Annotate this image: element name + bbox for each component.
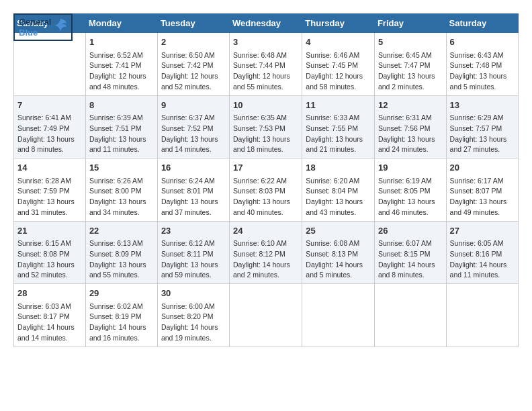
week-row-2: 7Sunrise: 6:41 AM Sunset: 7:49 PM Daylig…	[14, 95, 519, 158]
calendar-cell: 13Sunrise: 6:29 AM Sunset: 7:57 PM Dayli…	[446, 95, 518, 158]
day-number: 12	[378, 99, 443, 112]
cell-content: Sunrise: 6:43 AM Sunset: 7:48 PM Dayligh…	[450, 50, 515, 93]
day-number: 20	[450, 161, 515, 175]
cell-content: Sunrise: 6:03 AM Sunset: 8:17 PM Dayligh…	[17, 302, 82, 344]
cell-content: Sunrise: 6:29 AM Sunset: 7:57 PM Dayligh…	[450, 113, 515, 155]
calendar-cell: 23Sunrise: 6:12 AM Sunset: 8:11 PM Dayli…	[157, 221, 229, 284]
calendar-cell: 6Sunrise: 6:43 AM Sunset: 7:48 PM Daylig…	[446, 33, 518, 96]
cell-content: Sunrise: 6:20 AM Sunset: 8:04 PM Dayligh…	[306, 176, 371, 218]
day-number: 5	[378, 36, 443, 49]
day-header-friday: Friday	[374, 14, 446, 33]
calendar-table: SundayMondayTuesdayWednesdayThursdayFrid…	[13, 13, 519, 347]
day-number: 24	[233, 224, 298, 238]
calendar-header-row: SundayMondayTuesdayWednesdayThursdayFrid…	[14, 14, 519, 33]
calendar-cell: 7Sunrise: 6:41 AM Sunset: 7:49 PM Daylig…	[14, 95, 86, 158]
calendar-cell: 3Sunrise: 6:48 AM Sunset: 7:44 PM Daylig…	[230, 33, 302, 96]
calendar-cell: 28Sunrise: 6:03 AM Sunset: 8:17 PM Dayli…	[14, 284, 86, 347]
calendar-cell: 2Sunrise: 6:50 AM Sunset: 7:42 PM Daylig…	[157, 33, 229, 96]
calendar-cell: 26Sunrise: 6:07 AM Sunset: 8:15 PM Dayli…	[374, 221, 446, 284]
day-number: 8	[89, 99, 154, 112]
cell-content: Sunrise: 6:24 AM Sunset: 8:01 PM Dayligh…	[161, 176, 226, 218]
day-number: 4	[306, 36, 371, 49]
calendar-cell	[230, 284, 302, 347]
calendar-cell	[374, 284, 446, 347]
calendar-cell: 27Sunrise: 6:05 AM Sunset: 8:16 PM Dayli…	[446, 221, 518, 284]
calendar-cell: 29Sunrise: 6:02 AM Sunset: 8:19 PM Dayli…	[85, 284, 157, 347]
cell-content: Sunrise: 6:37 AM Sunset: 7:52 PM Dayligh…	[161, 113, 226, 155]
day-number: 21	[17, 224, 82, 238]
day-number: 28	[17, 287, 82, 300]
calendar-cell: 11Sunrise: 6:33 AM Sunset: 7:55 PM Dayli…	[302, 95, 375, 158]
day-number: 26	[378, 224, 443, 238]
calendar-cell: 4Sunrise: 6:46 AM Sunset: 7:45 PM Daylig…	[302, 33, 375, 96]
cell-content: Sunrise: 6:13 AM Sunset: 8:09 PM Dayligh…	[89, 238, 154, 281]
calendar-cell: 17Sunrise: 6:22 AM Sunset: 8:03 PM Dayli…	[230, 158, 302, 222]
day-number: 2	[161, 36, 226, 49]
day-number: 11	[306, 99, 371, 112]
day-number: 30	[161, 287, 226, 300]
calendar-cell: 15Sunrise: 6:26 AM Sunset: 8:00 PM Dayli…	[85, 158, 157, 222]
day-number: 3	[233, 36, 298, 49]
logo-bird-svg	[54, 18, 67, 37]
cell-content: Sunrise: 6:08 AM Sunset: 8:13 PM Dayligh…	[306, 238, 371, 281]
logo-text-blue: Blue	[19, 28, 51, 38]
calendar-cell: 19Sunrise: 6:19 AM Sunset: 8:05 PM Dayli…	[374, 158, 446, 222]
day-number: 14	[17, 161, 82, 175]
calendar-cell: 24Sunrise: 6:10 AM Sunset: 8:12 PM Dayli…	[230, 221, 302, 284]
week-row-4: 21Sunrise: 6:15 AM Sunset: 8:08 PM Dayli…	[14, 221, 519, 284]
day-number: 6	[450, 36, 515, 49]
day-header-thursday: Thursday	[302, 14, 375, 33]
cell-content: Sunrise: 6:50 AM Sunset: 7:42 PM Dayligh…	[161, 50, 226, 93]
cell-content: Sunrise: 6:26 AM Sunset: 8:00 PM Dayligh…	[89, 176, 154, 218]
day-number: 22	[89, 224, 154, 238]
day-number: 7	[17, 99, 82, 112]
calendar-cell: 18Sunrise: 6:20 AM Sunset: 8:04 PM Dayli…	[302, 158, 375, 222]
calendar-cell: 10Sunrise: 6:35 AM Sunset: 7:53 PM Dayli…	[230, 95, 302, 158]
calendar-cell: 21Sunrise: 6:15 AM Sunset: 8:08 PM Dayli…	[14, 221, 86, 284]
day-header-wednesday: Wednesday	[230, 14, 302, 33]
calendar-cell: 25Sunrise: 6:08 AM Sunset: 8:13 PM Dayli…	[302, 221, 375, 284]
week-row-3: 14Sunrise: 6:28 AM Sunset: 7:59 PM Dayli…	[14, 158, 519, 222]
day-number: 13	[450, 99, 515, 112]
calendar-cell: 22Sunrise: 6:13 AM Sunset: 8:09 PM Dayli…	[85, 221, 157, 284]
calendar-cell: 5Sunrise: 6:45 AM Sunset: 7:47 PM Daylig…	[374, 33, 446, 96]
day-number: 15	[89, 161, 154, 175]
cell-content: Sunrise: 6:10 AM Sunset: 8:12 PM Dayligh…	[233, 238, 298, 281]
calendar-cell	[446, 284, 518, 347]
calendar-cell	[302, 284, 375, 347]
cell-content: Sunrise: 6:22 AM Sunset: 8:03 PM Dayligh…	[233, 176, 298, 218]
calendar-cell: 1Sunrise: 6:52 AM Sunset: 7:41 PM Daylig…	[85, 33, 157, 96]
day-number: 17	[233, 161, 298, 175]
cell-content: Sunrise: 6:02 AM Sunset: 8:19 PM Dayligh…	[89, 302, 154, 344]
calendar-cell: 30Sunrise: 6:00 AM Sunset: 8:20 PM Dayli…	[157, 284, 229, 347]
day-number: 25	[306, 224, 371, 238]
calendar-cell: 16Sunrise: 6:24 AM Sunset: 8:01 PM Dayli…	[157, 158, 229, 222]
logo-container: General Blue	[13, 13, 73, 41]
day-number: 10	[233, 99, 298, 112]
calendar-cell: 12Sunrise: 6:31 AM Sunset: 7:56 PM Dayli…	[374, 95, 446, 158]
cell-content: Sunrise: 6:45 AM Sunset: 7:47 PM Dayligh…	[378, 50, 443, 93]
week-row-1: 1Sunrise: 6:52 AM Sunset: 7:41 PM Daylig…	[14, 33, 519, 96]
cell-content: Sunrise: 6:35 AM Sunset: 7:53 PM Dayligh…	[233, 113, 298, 155]
day-number: 23	[161, 224, 226, 238]
logo-text-general: General	[19, 17, 51, 28]
cell-content: Sunrise: 6:07 AM Sunset: 8:15 PM Dayligh…	[378, 238, 443, 281]
cell-content: Sunrise: 6:28 AM Sunset: 7:59 PM Dayligh…	[17, 176, 82, 218]
week-row-5: 28Sunrise: 6:03 AM Sunset: 8:17 PM Dayli…	[14, 284, 519, 347]
cell-content: Sunrise: 6:19 AM Sunset: 8:05 PM Dayligh…	[378, 176, 443, 218]
cell-content: Sunrise: 6:31 AM Sunset: 7:56 PM Dayligh…	[378, 113, 443, 155]
cell-content: Sunrise: 6:46 AM Sunset: 7:45 PM Dayligh…	[306, 50, 371, 93]
calendar-cell: 14Sunrise: 6:28 AM Sunset: 7:59 PM Dayli…	[14, 158, 86, 222]
calendar-cell: 20Sunrise: 6:17 AM Sunset: 8:07 PM Dayli…	[446, 158, 518, 222]
cell-content: Sunrise: 6:48 AM Sunset: 7:44 PM Dayligh…	[233, 50, 298, 93]
cell-content: Sunrise: 6:41 AM Sunset: 7:49 PM Dayligh…	[17, 113, 82, 155]
calendar-cell	[14, 33, 86, 96]
day-header-tuesday: Tuesday	[157, 14, 229, 33]
calendar-cell: 9Sunrise: 6:37 AM Sunset: 7:52 PM Daylig…	[157, 95, 229, 158]
cell-content: Sunrise: 6:52 AM Sunset: 7:41 PM Dayligh…	[89, 50, 154, 93]
day-number: 18	[306, 161, 371, 175]
cell-content: Sunrise: 6:39 AM Sunset: 7:51 PM Dayligh…	[89, 113, 154, 155]
calendar-cell: 8Sunrise: 6:39 AM Sunset: 7:51 PM Daylig…	[85, 95, 157, 158]
day-header-monday: Monday	[85, 14, 157, 33]
day-number: 19	[378, 161, 443, 175]
